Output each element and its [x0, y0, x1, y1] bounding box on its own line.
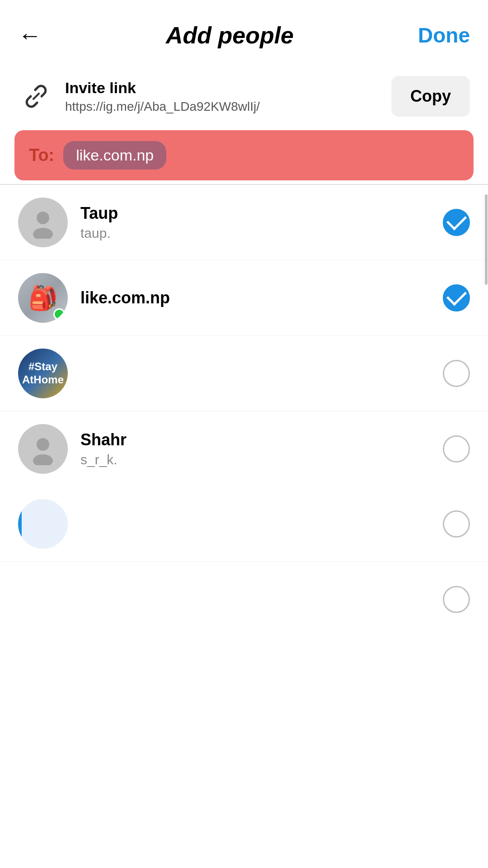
back-button[interactable]: ←	[18, 22, 42, 49]
contact-username: s_r_k.	[80, 452, 430, 467]
select-circle[interactable]	[443, 209, 470, 236]
avatar	[18, 499, 68, 549]
contact-info: like.com.np	[80, 288, 430, 307]
svg-point-0	[37, 212, 49, 224]
select-circle[interactable]	[443, 360, 470, 387]
contact-name: Shahr	[80, 430, 430, 449]
invite-link-title: Invite link	[65, 79, 380, 97]
list-item[interactable]	[0, 486, 488, 561]
contact-info: Shahr s_r_k.	[80, 430, 430, 467]
scrollbar[interactable]	[484, 194, 488, 556]
to-label: To:	[29, 146, 54, 165]
contact-name: Taup	[80, 204, 430, 223]
recipient-chip[interactable]: like.com.np	[63, 141, 166, 170]
page-title: Add people	[166, 22, 294, 49]
list-item[interactable]	[0, 561, 488, 637]
contact-username: taup.	[80, 226, 430, 241]
invite-link-section: Invite link https://ig.me/j/Aba_LDa92KW8…	[0, 62, 488, 130]
svg-point-2	[37, 438, 49, 451]
select-circle[interactable]	[443, 586, 470, 613]
contact-list: Taup taup. like.com.np #StayAtHome	[0, 185, 488, 637]
avatar	[18, 198, 68, 247]
svg-point-1	[33, 228, 53, 239]
contact-info: Taup taup.	[80, 204, 430, 241]
avatar	[18, 424, 68, 474]
avatar	[18, 273, 68, 323]
list-item[interactable]: Shahr s_r_k.	[0, 411, 488, 486]
list-item[interactable]: Taup taup.	[0, 185, 488, 260]
scrollbar-thumb	[485, 194, 488, 285]
invite-link-text: Invite link https://ig.me/j/Aba_LDa92KW8…	[65, 79, 380, 114]
select-circle[interactable]	[443, 510, 470, 538]
online-indicator	[53, 308, 65, 320]
link-icon	[18, 78, 54, 114]
avatar: #StayAtHome	[18, 349, 68, 398]
select-circle[interactable]	[443, 435, 470, 462]
copy-button[interactable]: Copy	[391, 76, 470, 117]
svg-point-3	[33, 454, 53, 465]
list-item[interactable]: #StayAtHome	[0, 335, 488, 411]
header: ← Add people Done	[0, 0, 488, 62]
contact-name: like.com.np	[80, 288, 430, 307]
invite-link-url: https://ig.me/j/Aba_LDa92KW8wlIj/	[65, 99, 380, 114]
list-item[interactable]: like.com.np	[0, 260, 488, 335]
done-button[interactable]: Done	[418, 23, 470, 47]
to-bar[interactable]: To: like.com.np	[14, 130, 474, 180]
select-circle[interactable]	[443, 284, 470, 311]
